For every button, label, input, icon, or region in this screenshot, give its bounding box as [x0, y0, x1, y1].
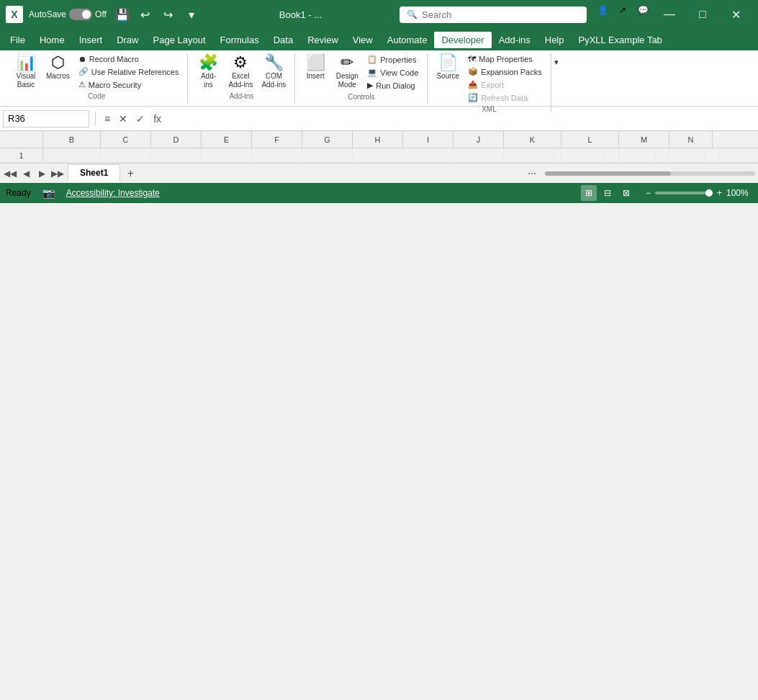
zoom-out-icon[interactable]: − — [646, 188, 651, 198]
menu-developer[interactable]: Developer — [434, 32, 491, 48]
add-ins-button[interactable]: 🧩 Add-ins — [194, 53, 222, 91]
visual-basic-button[interactable]: 📊 VisualBasic — [12, 53, 40, 91]
menu-insert[interactable]: Insert — [72, 32, 110, 48]
properties-button[interactable]: 📋 Properties — [364, 53, 421, 66]
search-input[interactable] — [422, 9, 566, 20]
confirm-formula-icon[interactable]: ✓ — [133, 112, 148, 126]
sheet-nav-last[interactable]: ▶▶ — [50, 166, 65, 181]
ribbon-group-xml-inner: 📄 Source 🗺 Map Properties 📦 Expansion Pa… — [433, 53, 544, 104]
expansion-packs-button[interactable]: 📦 Expansion Packs — [465, 66, 544, 78]
refresh-data-button[interactable]: 🔄 Refresh Data — [465, 91, 544, 104]
col-header-g[interactable]: G — [302, 131, 353, 148]
sheet-tab-sheet1[interactable]: Sheet1 — [68, 164, 120, 182]
properties-label: Properties — [380, 55, 416, 64]
camera-icon[interactable]: 📷 — [42, 187, 55, 199]
menu-page-layout[interactable]: Page Layout — [146, 32, 213, 48]
col-header-b[interactable]: B — [43, 131, 101, 148]
col-header-f[interactable]: F — [252, 131, 302, 148]
formula-input[interactable] — [167, 112, 755, 125]
menu-pyxll[interactable]: PyXLL Example Tab — [572, 32, 669, 48]
macros-button[interactable]: ⬡ Macros — [43, 53, 73, 82]
col-header-h[interactable]: H — [353, 131, 403, 148]
sheet-nav-next[interactable]: ▶ — [35, 166, 49, 181]
source-button[interactable]: 📄 Source — [433, 53, 462, 82]
h-scroll-thumb[interactable] — [545, 171, 671, 176]
formula-icons: ≡ ✕ ✓ fx — [101, 112, 164, 126]
export-label: Export — [481, 81, 504, 89]
minimize-button[interactable]: — — [653, 0, 686, 29]
menu-draw[interactable]: Draw — [109, 32, 145, 48]
macro-security-button[interactable]: ⚠ Macro Security — [76, 78, 182, 91]
window-controls: 👤 ↗ 💬 — □ ✕ — [592, 0, 752, 29]
menu-help[interactable]: Help — [538, 32, 572, 48]
view-code-button[interactable]: 💻 View Code — [364, 66, 421, 78]
close-button[interactable]: ✕ — [719, 0, 752, 29]
autosave-toggle-switch[interactable] — [69, 9, 92, 20]
search-bar[interactable]: 🔍 — [400, 6, 587, 23]
insert-controls-label: Insert — [307, 72, 325, 81]
col-header-e[interactable]: E — [202, 131, 252, 148]
app-logo: X — [6, 6, 23, 23]
macros-label: Macros — [46, 72, 70, 81]
autosave-toggle[interactable]: AutoSave Off — [29, 9, 107, 20]
maximize-button[interactable]: □ — [686, 0, 719, 29]
col-header-i[interactable]: I — [403, 131, 454, 148]
comments-icon[interactable]: 💬 — [633, 0, 653, 20]
menu-addins[interactable]: Add-ins — [492, 32, 538, 48]
col-header-n[interactable]: N — [669, 131, 713, 148]
map-properties-button[interactable]: 🗺 Map Properties — [465, 53, 544, 65]
undo-icon[interactable]: ↩ — [135, 4, 155, 24]
col-header-d[interactable]: D — [151, 131, 202, 148]
zoom-slider-track[interactable] — [655, 192, 713, 194]
excel-add-ins-label: ExcelAdd-ins — [228, 72, 253, 89]
sheet-nav-first[interactable]: ◀◀ — [3, 166, 17, 181]
menu-home[interactable]: Home — [32, 32, 72, 48]
col-header-k[interactable]: K — [504, 131, 561, 148]
excel-add-ins-button[interactable]: ⚙ ExcelAdd-ins — [225, 53, 256, 91]
zoom-slider-thumb[interactable] — [705, 189, 713, 197]
sheet-nav-prev[interactable]: ◀ — [19, 166, 33, 181]
insert-controls-icon: ⬜ — [306, 55, 325, 71]
cancel-formula-icon[interactable]: ✕ — [116, 112, 130, 126]
col-header-l[interactable]: L — [561, 131, 619, 148]
corner-cell[interactable] — [0, 131, 43, 148]
ribbon-expand-button[interactable]: ▾ — [551, 56, 561, 68]
menu-formulas[interactable]: Formulas — [213, 32, 266, 48]
h-scroll-track[interactable] — [545, 171, 755, 176]
user-avatar[interactable]: 👤 — [592, 0, 613, 20]
page-layout-view-button[interactable]: ⊟ — [600, 185, 615, 201]
col-header-c[interactable]: C — [101, 131, 151, 148]
redo-icon[interactable]: ↪ — [158, 4, 179, 24]
record-macro-button[interactable]: ⏺ Record Macro — [76, 53, 182, 65]
customize-icon[interactable]: ▾ — [181, 4, 202, 24]
page-break-view-button[interactable]: ⊠ — [618, 185, 634, 201]
bg-rows — [43, 148, 758, 163]
export-button[interactable]: 📤 Export — [465, 78, 544, 91]
fx-icon[interactable]: fx — [150, 112, 164, 126]
run-dialog-button[interactable]: ▶ Run Dialog — [364, 79, 421, 91]
view-code-icon: 💻 — [367, 68, 377, 77]
sheet-options-button[interactable]: ⋯ — [522, 169, 542, 179]
insert-controls-button[interactable]: ⬜ Insert — [301, 53, 330, 82]
ribbon: 📊 VisualBasic ⬡ Macros ⏺ Record Macro 🔗 … — [0, 50, 758, 107]
add-sheet-button[interactable]: + — [122, 165, 139, 182]
design-mode-button[interactable]: ✏ DesignMode — [333, 53, 361, 91]
menu-view[interactable]: View — [346, 32, 380, 48]
save-icon[interactable]: 💾 — [112, 4, 132, 24]
horizontal-scrollbar[interactable] — [542, 171, 758, 176]
cell-reference-input[interactable] — [3, 110, 89, 127]
share-icon[interactable]: ↗ — [613, 0, 633, 20]
row-header-1[interactable]: 1 — [0, 148, 43, 162]
col-header-m[interactable]: M — [619, 131, 669, 148]
refresh-data-label: Refresh Data — [481, 94, 528, 102]
use-relative-button[interactable]: 🔗 Use Relative References — [76, 66, 182, 78]
expand-icon[interactable]: ≡ — [101, 112, 113, 126]
menu-data[interactable]: Data — [266, 32, 300, 48]
menu-file[interactable]: File — [3, 32, 32, 48]
menu-automate[interactable]: Automate — [380, 32, 435, 48]
com-add-ins-button[interactable]: 🔧 COMAdd-ins — [258, 53, 289, 91]
menu-review[interactable]: Review — [300, 32, 346, 48]
zoom-in-icon[interactable]: + — [717, 188, 722, 198]
col-header-j[interactable]: J — [454, 131, 504, 148]
normal-view-button[interactable]: ⊞ — [581, 185, 597, 201]
